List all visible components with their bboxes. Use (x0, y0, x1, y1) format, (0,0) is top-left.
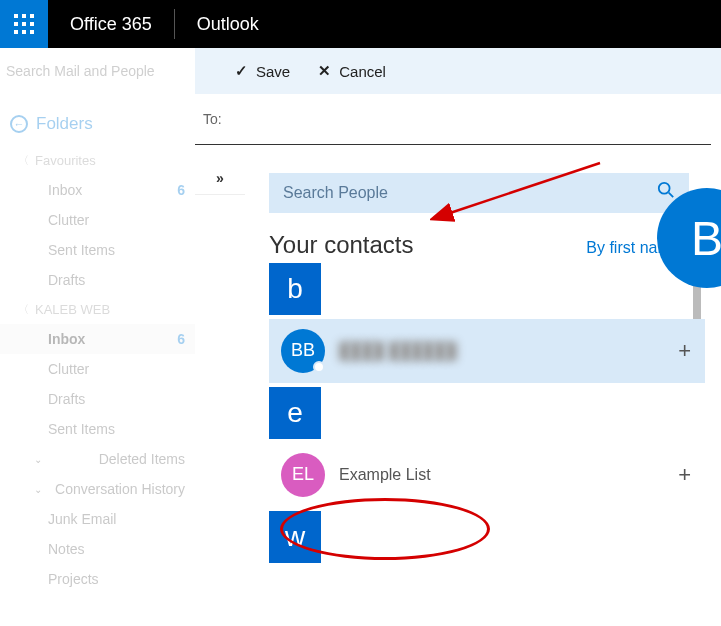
contact-avatar: BB (281, 329, 325, 373)
to-label: To: (203, 111, 243, 127)
folders-title: Folders (36, 114, 93, 134)
sidebar-item-inbox[interactable]: Inbox6 (0, 175, 195, 205)
unread-badge: 6 (177, 331, 185, 347)
app-launcher-button[interactable] (0, 0, 48, 48)
save-button[interactable]: ✓ Save (235, 62, 290, 80)
svg-rect-2 (30, 14, 34, 18)
sidebar-item-notes[interactable]: Notes (0, 534, 195, 564)
svg-rect-7 (22, 30, 26, 34)
sidebar-item-inbox-2[interactable]: Inbox6 (0, 324, 195, 354)
brand-outlook[interactable]: Outlook (175, 14, 281, 35)
chevron-up-icon: 〈 (18, 302, 29, 317)
sidebar-item-junk[interactable]: Junk Email (0, 504, 195, 534)
top-bar: Office 365 Outlook (0, 0, 721, 48)
close-icon: ✕ (318, 62, 331, 80)
people-picker-panel: Your contacts By first name b BB ████ ██… (245, 163, 721, 626)
folders-header[interactable]: ← Folders (0, 114, 195, 146)
contact-avatar: EL (281, 453, 325, 497)
checkmark-icon: ✓ (235, 62, 248, 80)
cancel-label: Cancel (339, 63, 386, 80)
letter-header-b[interactable]: b (269, 263, 321, 315)
unread-badge: 6 (177, 182, 185, 198)
presence-indicator (313, 361, 325, 373)
collapse-panel-button[interactable]: » (195, 163, 245, 195)
sidebar-item-conversation-history[interactable]: ⌄Conversation History (0, 474, 195, 504)
search-mail-cell (0, 48, 195, 94)
sidebar-item-drafts[interactable]: Drafts (0, 265, 195, 295)
contact-row[interactable]: EL Example List + (269, 443, 705, 507)
cancel-button[interactable]: ✕ Cancel (318, 62, 386, 80)
sidebar-item-clutter[interactable]: Clutter (0, 205, 195, 235)
contact-name: Example List (339, 466, 678, 484)
brand-office365[interactable]: Office 365 (48, 14, 174, 35)
compose-actions: ✓ Save ✕ Cancel (195, 48, 386, 94)
back-arrow-icon: ← (10, 115, 28, 133)
to-input[interactable] (243, 111, 703, 127)
sidebar-item-deleted[interactable]: ⌄Deleted Items (0, 444, 195, 474)
sidebar-group-favourites[interactable]: 〈Favourites (0, 146, 195, 175)
contacts-list: b BB ████ ██████ + e EL E (269, 263, 705, 563)
to-field-row: To: (195, 94, 711, 145)
chevron-up-icon: 〈 (18, 153, 29, 168)
contact-name: ████ ██████ (339, 342, 678, 360)
sidebar-group-account[interactable]: 〈KALEB WEB (0, 295, 195, 324)
svg-line-10 (669, 193, 674, 198)
svg-rect-0 (14, 14, 18, 18)
people-search-box (269, 173, 689, 213)
sidebar-item-sent-2[interactable]: Sent Items (0, 414, 195, 444)
chevron-down-icon: ⌄ (34, 454, 42, 465)
chevron-down-icon: ⌄ (34, 484, 42, 495)
svg-rect-1 (22, 14, 26, 18)
contacts-heading: Your contacts (269, 231, 414, 259)
main-pane: To: » Your contacts By first name (195, 94, 721, 626)
contact-row[interactable]: BB ████ ██████ + (269, 319, 705, 383)
folder-sidebar: ← Folders 〈Favourites Inbox6 Clutter Sen… (0, 94, 195, 626)
svg-point-9 (659, 183, 670, 194)
sidebar-item-sent[interactable]: Sent Items (0, 235, 195, 265)
add-contact-button[interactable]: + (678, 462, 691, 488)
svg-rect-4 (22, 22, 26, 26)
sidebar-item-projects[interactable]: Projects (0, 564, 195, 594)
save-label: Save (256, 63, 290, 80)
svg-rect-3 (14, 22, 18, 26)
letter-header-e[interactable]: e (269, 387, 321, 439)
people-search-input[interactable] (283, 184, 657, 202)
svg-rect-5 (30, 22, 34, 26)
letter-header-w[interactable]: w (269, 511, 321, 563)
chevron-double-right-icon: » (216, 170, 224, 186)
sidebar-item-clutter-2[interactable]: Clutter (0, 354, 195, 384)
sidebar-item-drafts-2[interactable]: Drafts (0, 384, 195, 414)
svg-rect-6 (14, 30, 18, 34)
search-mail-input[interactable] (6, 63, 189, 79)
add-contact-button[interactable]: + (678, 338, 691, 364)
waffle-icon (14, 14, 34, 34)
svg-rect-8 (30, 30, 34, 34)
command-bar: ✓ Save ✕ Cancel (0, 48, 721, 94)
